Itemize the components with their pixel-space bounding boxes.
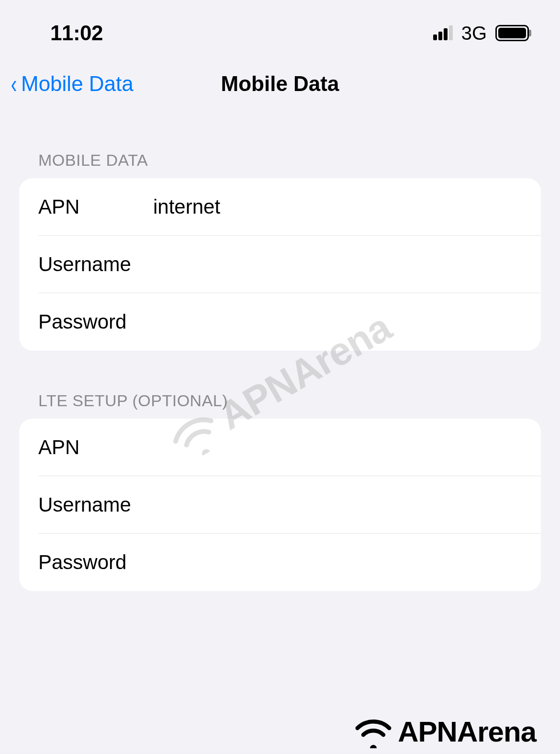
back-label: Mobile Data	[21, 72, 134, 96]
navigation-bar: ‹ Mobile Data Mobile Data	[0, 57, 560, 110]
lte-apn-input[interactable]	[153, 436, 522, 459]
wifi-icon	[352, 715, 395, 748]
row-label-password: Password	[38, 310, 153, 333]
row-lte-username[interactable]: Username	[19, 476, 541, 534]
row-label-lte-username: Username	[38, 493, 153, 516]
section-header-lte-setup: LTE SETUP (OPTIONAL)	[0, 391, 560, 419]
row-lte-password[interactable]: Password	[19, 534, 541, 591]
row-username[interactable]: Username	[19, 236, 541, 293]
network-type: 3G	[461, 23, 487, 44]
signal-icon	[433, 26, 453, 40]
footer-brand-text: APNArena	[398, 715, 536, 748]
section-group-lte-setup: APN Username Password	[19, 419, 541, 591]
footer-brand: APNArena	[352, 715, 536, 748]
row-label-username: Username	[38, 253, 153, 276]
section-group-mobile-data: APN Username Password	[19, 178, 541, 351]
row-apn[interactable]: APN	[19, 178, 541, 236]
username-input[interactable]	[153, 253, 522, 276]
apn-input[interactable]	[153, 195, 522, 218]
section-mobile-data: MOBILE DATA APN Username Password	[0, 151, 560, 351]
row-label-lte-apn: APN	[38, 436, 153, 459]
password-input[interactable]	[153, 310, 522, 333]
page-title: Mobile Data	[221, 72, 339, 96]
row-label-lte-password: Password	[38, 551, 153, 574]
row-label-apn: APN	[38, 195, 153, 218]
status-indicators: 3G	[433, 23, 529, 44]
row-lte-apn[interactable]: APN	[19, 419, 541, 476]
back-button[interactable]: ‹ Mobile Data	[0, 71, 134, 97]
section-lte-setup: LTE SETUP (OPTIONAL) APN Username Passwo…	[0, 391, 560, 591]
status-time: 11:02	[50, 21, 103, 45]
battery-icon	[495, 25, 529, 41]
row-password[interactable]: Password	[19, 293, 541, 351]
section-header-mobile-data: MOBILE DATA	[0, 151, 560, 178]
status-bar: 11:02 3G	[0, 0, 560, 48]
chevron-left-icon: ‹	[11, 71, 17, 97]
lte-password-input[interactable]	[153, 551, 522, 574]
lte-username-input[interactable]	[153, 493, 522, 516]
